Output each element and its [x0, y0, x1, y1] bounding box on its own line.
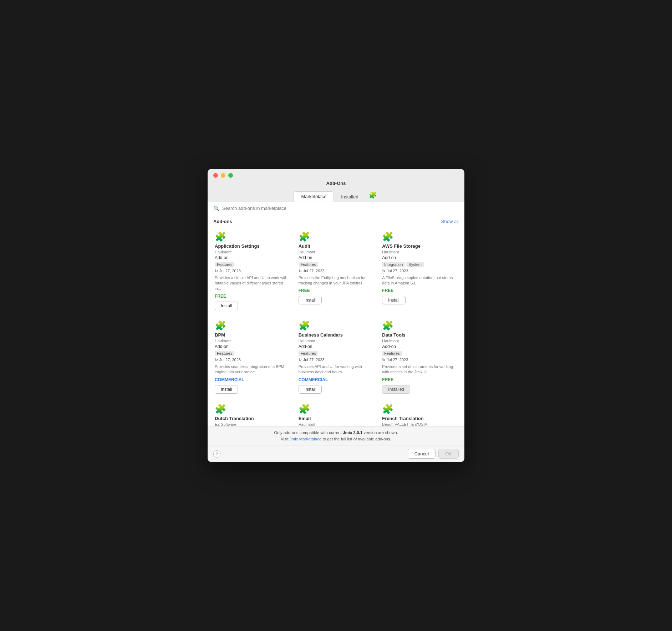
tag-system: System: [406, 262, 424, 267]
addon-card-email: 🧩 Email Haulmont Add-on: [294, 399, 378, 426]
addon-vendor: EZ Software: [215, 422, 290, 426]
addon-name: French Translation: [382, 416, 457, 421]
tab-marketplace[interactable]: Marketplace: [294, 191, 334, 202]
addon-desc: Provides API and UI for working with bus…: [299, 364, 374, 375]
search-bar: 🔍: [208, 202, 464, 215]
addon-price: COMMERCIAL: [299, 377, 374, 382]
refresh-icon: ↻: [299, 358, 302, 362]
addon-price: FREE: [382, 377, 457, 382]
search-icon: 🔍: [213, 206, 219, 211]
addon-name: Data Tools: [382, 332, 457, 338]
action-buttons: Cancel OK: [408, 449, 459, 459]
addon-tags: Features: [215, 351, 290, 356]
footer-text-4: to get the full list of available add-on…: [321, 437, 391, 441]
footer-info: Only add-ons compatible with current Jmi…: [208, 426, 464, 445]
refresh-icon: ↻: [215, 358, 218, 362]
addon-type: Add-on: [215, 255, 290, 260]
addon-card-audit: 🧩 Audit Haulmont Add-on Features ↻ Jul 2…: [294, 226, 378, 315]
addons-grid: 🧩 Application Settings Haulmont Add-on F…: [208, 226, 464, 426]
addon-name: Business Calendars: [299, 332, 374, 338]
addon-vendor: Haulmont: [382, 250, 457, 254]
addon-date: ↻ Jul 27, 2023: [299, 358, 374, 362]
install-button-business-calendars[interactable]: Install: [299, 385, 322, 394]
install-addon-icon[interactable]: 🧩: [367, 190, 378, 201]
section-title: Add-ons: [213, 219, 232, 224]
footer-text-3: Visit: [281, 437, 290, 441]
addon-tags: Integration System: [382, 262, 457, 267]
tag-features: Features: [215, 262, 234, 267]
search-input[interactable]: [222, 206, 459, 211]
addon-vendor: Haulmont: [215, 339, 290, 343]
tag-features: Features: [382, 351, 402, 356]
show-all-link[interactable]: Show all: [441, 219, 459, 224]
addon-name: Email: [299, 416, 374, 421]
refresh-icon: ↻: [299, 269, 302, 273]
footer-text-2: version are shown.: [362, 430, 398, 435]
install-button-bpm[interactable]: Install: [215, 385, 238, 394]
addon-price: COMMERCIAL: [215, 377, 290, 382]
addon-tags: Features: [299, 262, 374, 267]
addon-date: ↻ Jul 27, 2023: [382, 358, 457, 362]
addon-type: Add-on: [215, 344, 290, 349]
cancel-button[interactable]: Cancel: [408, 449, 436, 459]
install-button-aws[interactable]: Install: [382, 296, 405, 304]
refresh-icon: ↻: [382, 358, 385, 362]
addon-desc: Provides seamless integration of a BPM e…: [215, 364, 290, 375]
window-title: Add-Ons: [326, 181, 346, 186]
addon-icon: 🧩: [382, 231, 457, 242]
bottom-bar: ? Cancel OK: [208, 445, 464, 462]
addon-card-application-settings: 🧩 Application Settings Haulmont Add-on F…: [210, 226, 294, 315]
addon-desc: Provides a simple API and UI to work wit…: [215, 275, 290, 292]
addon-icon: 🧩: [215, 320, 290, 331]
jmix-marketplace-link[interactable]: Jmix Marketplace: [290, 437, 321, 441]
addon-icon: 🧩: [215, 231, 290, 242]
addon-date: ↻ Jul 27, 2023: [382, 269, 457, 273]
addon-card-bpm: 🧩 BPM Haulmont Add-on Features ↻ Jul 27,…: [210, 315, 294, 399]
addon-card-french-translation: 🧩 French Translation Benoît VALLETTE d'O…: [378, 399, 462, 426]
addon-tags: Features: [215, 262, 290, 267]
addon-desc: Provides the Entity Log mechanism for tr…: [299, 275, 374, 286]
addon-price: FREE: [299, 288, 374, 293]
tag-features: Features: [299, 262, 318, 267]
tag-integration: Integration: [382, 262, 405, 267]
installed-button-data-tools: Installed: [382, 385, 410, 394]
tag-features: Features: [299, 351, 318, 356]
ok-button: OK: [438, 449, 459, 459]
addon-icon: 🧩: [299, 320, 374, 331]
addon-vendor: Haulmont: [299, 339, 374, 343]
addon-vendor: Benoît VALLETTE d'OSIA: [382, 422, 457, 426]
addon-date: ↻ Jul 27, 2023: [299, 269, 374, 273]
addon-name: BPM: [215, 332, 290, 338]
tab-bar: Marketplace Installed 🧩: [294, 190, 378, 202]
addon-desc: Provides a set of instruments for workin…: [382, 364, 457, 375]
refresh-icon: ↻: [215, 269, 218, 273]
addon-icon: 🧩: [299, 404, 374, 415]
minimize-button[interactable]: [221, 173, 225, 178]
addon-type: Add-on: [382, 344, 457, 349]
titlebar: Add-Ons Marketplace Installed 🧩: [208, 169, 464, 202]
install-button-audit[interactable]: Install: [299, 296, 322, 304]
addon-type: Add-on: [299, 255, 374, 260]
footer-text-1: Only add-ons compatible with current: [274, 430, 343, 435]
addon-card-data-tools: 🧩 Data Tools Haulmont Add-on Features ↻ …: [378, 315, 462, 399]
maximize-button[interactable]: [228, 173, 233, 178]
addon-tags: Features: [382, 351, 457, 356]
addon-card-aws: 🧩 AWS File Storage Haulmont Add-on Integ…: [378, 226, 462, 315]
addon-type: Add-on: [382, 255, 457, 260]
addon-card-business-calendars: 🧩 Business Calendars Haulmont Add-on Fea…: [294, 315, 378, 399]
addon-date: ↻ Jul 27, 2023: [215, 358, 290, 362]
tab-installed[interactable]: Installed: [334, 192, 365, 202]
content-area: 🔍 Add-ons Show all 🧩 Application Setting…: [208, 202, 464, 445]
help-button[interactable]: ?: [213, 450, 220, 458]
addon-vendor: Haulmont: [299, 422, 374, 426]
refresh-icon: ↻: [382, 269, 385, 273]
close-button[interactable]: [213, 173, 218, 178]
install-button-application-settings[interactable]: Install: [215, 302, 238, 310]
window-controls: [213, 173, 233, 178]
addon-name: Dutch Translation: [215, 416, 290, 421]
addon-price: FREE: [382, 288, 457, 293]
addon-icon: 🧩: [382, 404, 457, 415]
addon-date: ↻ Jul 27, 2023: [215, 269, 290, 273]
main-window: Add-Ons Marketplace Installed 🧩 🔍 Add-on…: [208, 169, 464, 463]
addon-type: Add-on: [299, 344, 374, 349]
